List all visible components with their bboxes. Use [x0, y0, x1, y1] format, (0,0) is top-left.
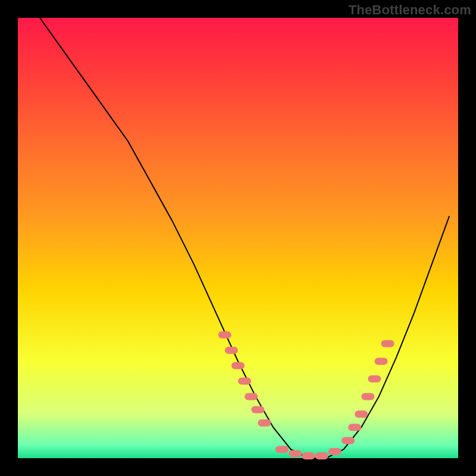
marker-point [381, 340, 394, 347]
chart-stage: { "watermark": "TheBottleneck.com", "gra… [0, 0, 476, 476]
marker-point [355, 411, 368, 418]
marker-point [258, 419, 271, 427]
marker-point [218, 331, 231, 339]
marker-point [368, 375, 381, 383]
marker-point [342, 437, 355, 444]
marker-point [225, 347, 238, 354]
marker-point [348, 424, 361, 431]
marker-point [361, 393, 374, 400]
marker-point [251, 406, 264, 414]
marker-point [328, 448, 342, 455]
marker-point [302, 452, 315, 459]
marker-point [275, 446, 289, 453]
marker-point [238, 378, 251, 385]
marker-point [375, 358, 388, 365]
marker-point [245, 393, 258, 400]
marker-point [315, 452, 328, 459]
marker-point [231, 362, 245, 369]
plot-background [18, 18, 458, 458]
watermark-text: TheBottleneck.com [349, 2, 471, 18]
marker-point [289, 450, 302, 458]
chart-svg [0, 0, 476, 476]
